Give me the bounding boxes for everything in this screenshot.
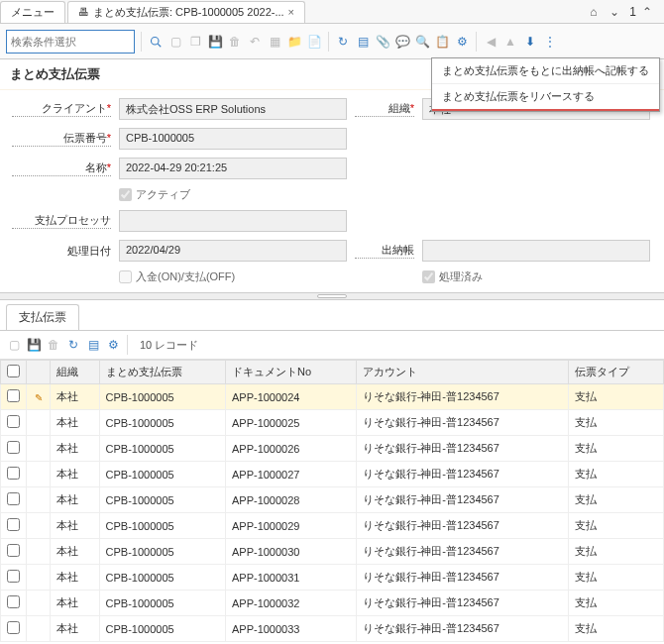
report-icon[interactable]: 📋 [434, 34, 450, 50]
cell-doc: APP-1000029 [225, 513, 356, 539]
up-icon: ▲ [502, 34, 518, 50]
dropdown-item-cashbook[interactable]: まとめ支払伝票をもとに出納帳へ記帳する [432, 58, 659, 84]
cell-group: CPB-1000005 [99, 590, 225, 616]
row-checkbox[interactable] [7, 621, 20, 634]
label-name: 名称* [12, 161, 111, 176]
new-icon: ▢ [167, 34, 183, 50]
tab-title: まとめ支払伝票: CPB-1000005 2022-... [93, 5, 284, 20]
col-group[interactable]: まとめ支払伝票 [99, 361, 225, 384]
edit-row-icon[interactable]: ✎ [35, 392, 43, 403]
main-toolbar: ▢ ❐ 💾 🗑 ↶ ▦ 📁 📄 ↻ ▤ 📎 💬 🔍 📋 ⚙ ◀ ▲ ⬇ ⋮ まと… [0, 24, 664, 59]
delete-icon: 🗑 [227, 34, 243, 50]
cell-acct: りそな銀行-神田-普1234567 [356, 410, 568, 436]
field-docno: CPB-1000005 [119, 128, 347, 150]
field-processor [119, 210, 347, 232]
row-checkbox[interactable] [7, 415, 20, 428]
row-checkbox[interactable] [7, 389, 20, 402]
record-count: 10 レコード [140, 338, 198, 353]
row-checkbox[interactable] [7, 467, 20, 480]
left-icon: ◀ [483, 34, 498, 50]
table-row[interactable]: ✎本社CPB-1000005APP-1000024りそな銀行-神田-普12345… [1, 384, 664, 410]
cell-type: 支払 [568, 616, 663, 642]
cell-org: 本社 [51, 384, 100, 410]
tab-menu[interactable]: メニュー [0, 1, 65, 23]
tabbar-right: ⌂ ⌄ 1 ⌃ [590, 5, 664, 19]
grid-save-icon: 💾 [26, 337, 42, 353]
home-icon[interactable]: ⌂ [590, 5, 604, 19]
label-date: 処理日付 [12, 244, 111, 259]
col-type[interactable]: 伝票タイプ [568, 361, 663, 384]
cell-org: 本社 [51, 616, 100, 642]
doc-icon: 📄 [306, 34, 322, 50]
grid-refresh-icon[interactable]: ↻ [65, 337, 81, 353]
cell-doc: APP-1000028 [225, 487, 356, 513]
zoom-icon[interactable]: 🔍 [414, 34, 430, 50]
table-row[interactable]: 本社CPB-1000005APP-1000029りそな銀行-神田-普123456… [1, 513, 664, 539]
field-name: 2022-04-29 20:21:25 [119, 158, 347, 179]
chevron-up-icon[interactable]: ⌃ [642, 5, 656, 19]
col-org[interactable]: 組織 [51, 361, 100, 384]
table-icon[interactable]: ▤ [355, 34, 371, 50]
splitter[interactable] [0, 292, 664, 300]
cell-group: CPB-1000005 [99, 616, 225, 642]
row-checkbox[interactable] [7, 518, 20, 531]
row-checkbox[interactable] [7, 544, 20, 557]
cell-org: 本社 [51, 436, 100, 462]
tab-payment-slip[interactable]: 支払伝票 [6, 304, 79, 330]
grid-process-icon[interactable]: ⚙ [105, 337, 121, 353]
col-acct[interactable]: アカウント [356, 361, 568, 384]
cell-type: 支払 [568, 436, 663, 462]
cell-group: CPB-1000005 [99, 487, 225, 513]
cell-org: 本社 [51, 590, 100, 616]
cell-group: CPB-1000005 [99, 410, 225, 436]
field-cashbook [422, 240, 650, 262]
gear-icon[interactable]: ⚙ [454, 34, 470, 50]
cell-type: 支払 [568, 565, 663, 590]
window-tabbar: メニュー 🖶 まとめ支払伝票: CPB-1000005 2022-... × ⌂… [0, 0, 664, 24]
cell-acct: りそな銀行-神田-普1234567 [356, 487, 568, 513]
chat-icon[interactable]: 💬 [394, 34, 410, 50]
label-cashbook: 出納帳 [355, 243, 414, 259]
form-area: クライアント* 株式会社OSS ERP Solutions 組織* 本社 伝票番… [0, 90, 664, 292]
table-row[interactable]: 本社CPB-1000005APP-1000030りそな銀行-神田-普123456… [1, 539, 664, 565]
table-row[interactable]: 本社CPB-1000005APP-1000027りそな銀行-神田-普123456… [1, 462, 664, 487]
counter: 1 [629, 5, 636, 19]
search-icon[interactable] [148, 34, 164, 50]
cell-type: 支払 [568, 410, 663, 436]
cell-doc: APP-1000030 [225, 539, 356, 565]
table-row[interactable]: 本社CPB-1000005APP-1000033りそな銀行-神田-普123456… [1, 616, 664, 642]
row-checkbox[interactable] [7, 595, 20, 608]
tab-active[interactable]: 🖶 まとめ支払伝票: CPB-1000005 2022-... × [67, 1, 305, 23]
refresh-icon[interactable]: ↻ [335, 34, 351, 50]
table-row[interactable]: 本社CPB-1000005APP-1000031りそな銀行-神田-普123456… [1, 565, 664, 590]
row-checkbox[interactable] [7, 570, 20, 583]
col-checkbox[interactable] [1, 361, 27, 384]
table-row[interactable]: 本社CPB-1000005APP-1000032りそな銀行-神田-普123456… [1, 590, 664, 616]
row-checkbox[interactable] [7, 492, 20, 505]
checkbox-active: アクティブ [119, 187, 347, 202]
grid-customize-icon[interactable]: ▤ [85, 337, 101, 353]
search-select[interactable] [6, 30, 135, 54]
chevron-down-icon[interactable]: ⌄ [609, 5, 623, 19]
folder-icon: 📁 [286, 34, 302, 50]
dropdown-item-reverse[interactable]: まとめ支払伝票をリバースする [432, 84, 659, 111]
label-client: クライアント* [12, 101, 111, 117]
cell-org: 本社 [51, 462, 100, 487]
col-doc[interactable]: ドキュメントNo [225, 361, 356, 384]
checkbox-deposit: 入金(ON)/支払(OFF) [119, 269, 347, 284]
label-docno: 伝票番号* [12, 131, 111, 147]
table-row[interactable]: 本社CPB-1000005APP-1000026りそな銀行-神田-普123456… [1, 436, 664, 462]
cell-acct: りそな銀行-神田-普1234567 [356, 539, 568, 565]
label-org: 組織* [355, 101, 414, 117]
cell-doc: APP-1000032 [225, 590, 356, 616]
attach-icon[interactable]: 📎 [375, 34, 390, 50]
row-checkbox[interactable] [7, 441, 20, 454]
undo-icon: ↶ [247, 34, 263, 50]
table-row[interactable]: 本社CPB-1000005APP-1000025りそな銀行-神田-普123456… [1, 410, 664, 436]
more-icon[interactable]: ⋮ [542, 34, 558, 50]
close-icon[interactable]: × [288, 6, 294, 18]
down-arrow-icon[interactable]: ⬇ [522, 34, 538, 50]
table-row[interactable]: 本社CPB-1000005APP-1000028りそな銀行-神田-普123456… [1, 487, 664, 513]
col-rowicon [27, 361, 51, 384]
save-icon: 💾 [207, 34, 223, 50]
